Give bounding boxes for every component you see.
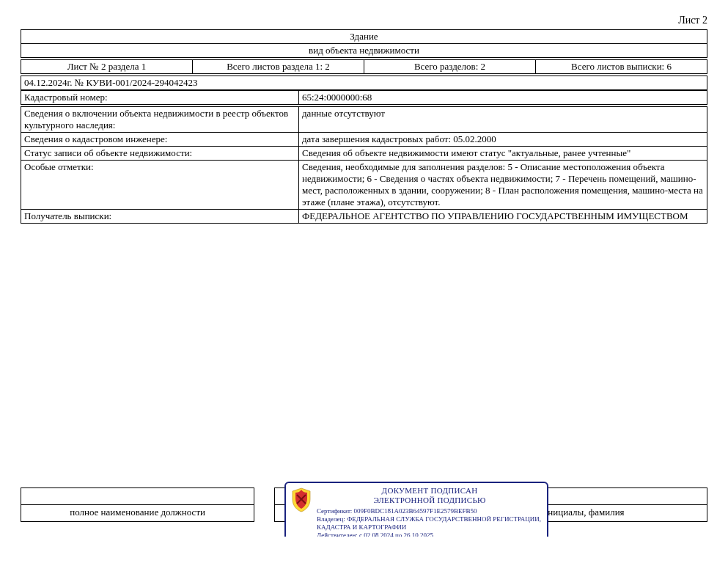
header-table: Здание вид объекта недвижимости	[21, 29, 707, 58]
cadastral-value: 65:24:0000000:68	[299, 91, 707, 105]
row-label: Статус записи об объекте недвижимости:	[21, 147, 299, 161]
meta-row: Лист № 2 раздела 1 Всего листов раздела …	[21, 59, 707, 74]
sheet-number: Лист 2	[21, 15, 707, 26]
meta-sections: Всего разделов: 2	[364, 60, 536, 74]
row-label: Особые отметки:	[21, 161, 299, 210]
info-table: Сведения о включении объекта недвижимост…	[21, 106, 707, 224]
stamp-cert: Сертификат: 009F0BDC181A023B64597F1E2579…	[317, 507, 543, 515]
stamp-valid: Действителен: с 02.08.2024 по 26.10.2025	[317, 531, 543, 537]
cadastral-label: Кадастровый номер:	[21, 91, 299, 105]
doc-reference: 04.12.2024г. № КУВИ-001/2024-294042423	[21, 76, 707, 90]
position-slot	[21, 488, 254, 505]
row-value: ФЕДЕРАЛЬНОЕ АГЕНТСТВО ПО УПРАВЛЕНИЮ ГОСУ…	[299, 210, 707, 224]
meta-total-sheets: Всего листов выписки: 6	[536, 60, 707, 74]
row-value: Сведения об объекте недвижимости имеют с…	[299, 147, 707, 161]
cadastral-table: Кадастровый номер: 65:24:0000000:68	[21, 90, 707, 105]
emblem-icon	[290, 487, 312, 512]
footer-area: ДОКУМЕНТ ПОДПИСАН ЭЛЕКТРОННОЙ ПОДПИСЬЮ С…	[21, 487, 707, 522]
row-label: Сведения о включении объекта недвижимост…	[21, 107, 299, 133]
stamp-owner: Владелец: ФЕДЕРАЛЬНАЯ СЛУЖБА ГОСУДАРСТВЕ…	[317, 515, 543, 531]
meta-sheet: Лист № 2 раздела 1	[21, 60, 193, 74]
row-label: Получатель выписки:	[21, 210, 299, 224]
object-type-caption: вид объекта недвижимости	[21, 44, 707, 58]
object-type: Здание	[21, 30, 707, 44]
row-value: Сведения, необходимые для заполнения раз…	[299, 161, 707, 210]
position-caption: полное наименование должности	[21, 505, 254, 522]
doc-ref-table: 04.12.2024г. № КУВИ-001/2024-294042423	[21, 76, 707, 90]
row-value: дата завершения кадастровых работ: 05.02…	[299, 133, 707, 147]
stamp-title-2: ЭЛЕКТРОННОЙ ПОДПИСЬЮ	[317, 496, 543, 505]
row-value: данные отсутствуют	[299, 107, 707, 133]
row-label: Сведения о кадастровом инженере:	[21, 133, 299, 147]
signature-stamp: ДОКУМЕНТ ПОДПИСАН ЭЛЕКТРОННОЙ ПОДПИСЬЮ С…	[284, 482, 548, 537]
meta-section-sheets: Всего листов раздела 1: 2	[193, 60, 364, 74]
stamp-title-1: ДОКУМЕНТ ПОДПИСАН	[317, 486, 543, 496]
